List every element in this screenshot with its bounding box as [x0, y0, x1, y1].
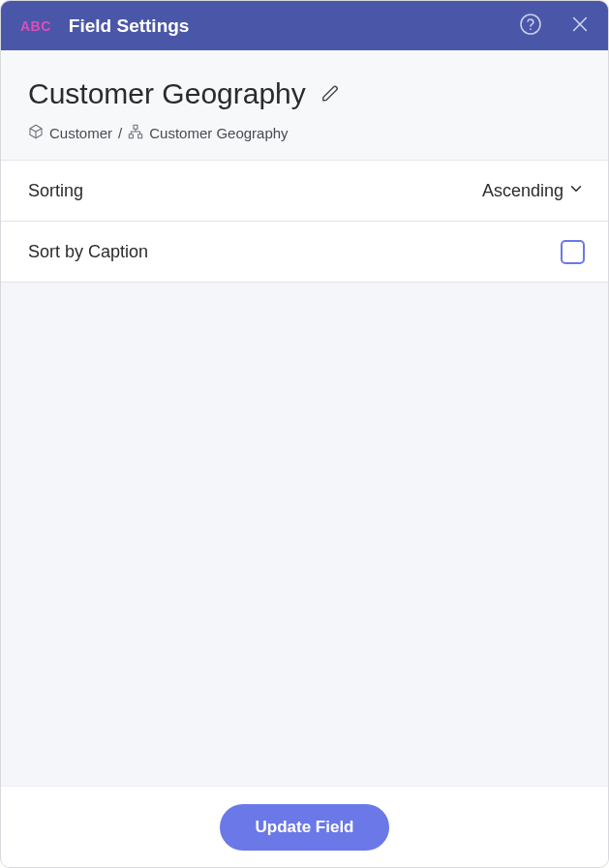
cube-icon	[28, 124, 44, 142]
svg-rect-4	[134, 125, 137, 129]
svg-rect-6	[138, 135, 142, 138]
edit-name-button[interactable]	[320, 82, 341, 106]
breadcrumb-root[interactable]: Customer	[49, 125, 112, 141]
sorting-value: Ascending	[482, 181, 563, 201]
field-settings-panel: ABC Field Settings	[0, 0, 609, 868]
svg-point-1	[530, 28, 532, 30]
help-button[interactable]	[519, 13, 542, 39]
svg-rect-5	[130, 135, 134, 138]
help-icon	[519, 13, 542, 39]
sorting-row: Sorting Ascending	[1, 161, 608, 222]
pencil-icon	[320, 82, 341, 106]
empty-area	[1, 283, 608, 786]
breadcrumb: Customer / Customer Geography	[28, 124, 581, 142]
header-title: Field Settings	[69, 15, 519, 37]
sort-by-caption-checkbox[interactable]	[561, 240, 585, 264]
header-actions	[519, 13, 591, 39]
sort-by-caption-label: Sort by Caption	[28, 242, 148, 262]
sort-by-caption-row: Sort by Caption	[1, 222, 608, 283]
footer: Update Field	[1, 786, 608, 867]
abc-badge: ABC	[20, 18, 51, 34]
close-icon	[569, 14, 591, 38]
panel-header: ABC Field Settings	[1, 1, 608, 50]
update-field-button[interactable]: Update Field	[220, 804, 388, 851]
hierarchy-icon	[128, 124, 143, 142]
sorting-dropdown[interactable]: Ascending	[482, 180, 585, 202]
close-button[interactable]	[569, 14, 591, 38]
field-name: Customer Geography	[28, 77, 306, 110]
sorting-label: Sorting	[28, 181, 83, 201]
title-row: Customer Geography	[28, 77, 581, 110]
chevron-down-icon	[567, 180, 585, 202]
settings-rows: Sorting Ascending Sort by Caption	[1, 161, 608, 283]
svg-point-0	[521, 15, 540, 34]
title-area: Customer Geography Customer /	[1, 50, 608, 161]
breadcrumb-current: Customer Geography	[149, 125, 288, 141]
breadcrumb-separator: /	[118, 125, 122, 141]
